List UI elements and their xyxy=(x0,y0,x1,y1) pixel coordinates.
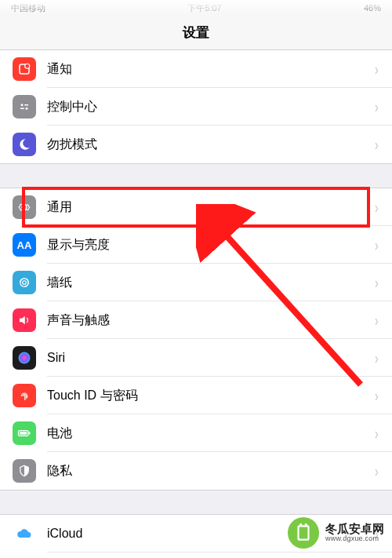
row-wallpaper[interactable]: 墙纸 › xyxy=(0,264,392,301)
svg-rect-10 xyxy=(20,432,27,434)
chevron-right-icon: › xyxy=(375,387,379,405)
page-title: 设置 xyxy=(183,24,209,42)
watermark-title: 冬瓜安卓网 xyxy=(325,523,384,536)
row-label: 电池 xyxy=(47,425,369,442)
row-appstore[interactable]: iTunes Store 与 App Store › xyxy=(0,553,392,558)
row-label: 声音与触感 xyxy=(47,312,369,329)
watermark-url: www.dgxue.com xyxy=(325,535,384,543)
svg-point-7 xyxy=(23,281,27,285)
watermark: 冬瓜安卓网 www.dgxue.com xyxy=(288,517,384,549)
icloud-icon xyxy=(13,522,36,545)
watermark-logo-icon xyxy=(288,517,319,549)
row-sounds[interactable]: 声音与触感 › xyxy=(0,301,392,339)
row-general[interactable]: 通用 › xyxy=(0,188,392,226)
svg-point-8 xyxy=(19,352,31,364)
row-label: 控制中心 xyxy=(47,99,369,115)
do-not-disturb-icon xyxy=(13,133,36,156)
row-touchid[interactable]: Touch ID 与密码 › xyxy=(0,377,392,414)
row-do-not-disturb[interactable]: 勿扰模式 › xyxy=(0,126,392,163)
chevron-right-icon: › xyxy=(375,236,379,254)
chevron-right-icon: › xyxy=(375,312,379,330)
svg-point-1 xyxy=(25,64,30,68)
notifications-icon xyxy=(13,57,36,81)
battery-icon xyxy=(13,421,36,445)
svg-rect-5 xyxy=(20,108,24,110)
row-label: 通知 xyxy=(47,61,369,78)
nav-bar: 设置 xyxy=(0,16,392,50)
svg-point-16 xyxy=(301,529,303,531)
svg-point-15 xyxy=(305,523,307,526)
row-label: Touch ID 与密码 xyxy=(47,388,369,404)
svg-point-17 xyxy=(304,529,306,531)
row-label: 勿扰模式 xyxy=(47,137,369,153)
chevron-right-icon: › xyxy=(375,425,379,443)
row-display-brightness[interactable]: AA 显示与亮度 › xyxy=(0,226,392,264)
chevron-right-icon: › xyxy=(375,462,379,480)
row-label: 通用 xyxy=(47,199,369,216)
svg-rect-3 xyxy=(24,104,28,106)
row-notifications[interactable]: 通知 › xyxy=(0,50,392,88)
settings-group-2: 通用 › AA 显示与亮度 › 墙纸 › 声音与触感 › xyxy=(0,188,392,491)
chevron-right-icon: › xyxy=(375,274,379,292)
display-brightness-icon: AA xyxy=(13,233,36,257)
row-label: Siri xyxy=(47,351,369,365)
wallpaper-icon xyxy=(13,271,36,294)
general-icon xyxy=(13,195,36,219)
chevron-right-icon: › xyxy=(375,136,379,154)
svg-point-2 xyxy=(21,104,24,106)
row-siri[interactable]: Siri › xyxy=(0,339,392,377)
row-label: 隐私 xyxy=(47,463,369,480)
siri-icon xyxy=(13,346,36,370)
privacy-icon xyxy=(13,459,36,483)
row-label: 墙纸 xyxy=(47,275,369,291)
row-control-center[interactable]: 控制中心 › xyxy=(0,88,392,126)
settings-group-1: 通知 › 控制中心 › 勿扰模式 › xyxy=(0,50,392,164)
row-label: 显示与亮度 xyxy=(47,237,369,253)
chevron-right-icon: › xyxy=(375,199,379,217)
chevron-right-icon: › xyxy=(375,349,379,367)
settings-screen: 中国移动 下午5:07 46% 设置 通知 › 控制中心 › xyxy=(0,0,392,558)
chevron-right-icon: › xyxy=(375,98,379,116)
sounds-haptics-icon xyxy=(13,308,36,332)
svg-rect-11 xyxy=(29,432,31,434)
row-battery[interactable]: 电池 › xyxy=(0,414,392,452)
row-privacy[interactable]: 隐私 › xyxy=(0,452,392,490)
control-center-icon xyxy=(13,95,36,119)
svg-point-14 xyxy=(299,523,302,526)
chevron-right-icon: › xyxy=(375,60,379,78)
svg-point-4 xyxy=(26,108,28,110)
touchid-passcode-icon xyxy=(13,384,36,407)
